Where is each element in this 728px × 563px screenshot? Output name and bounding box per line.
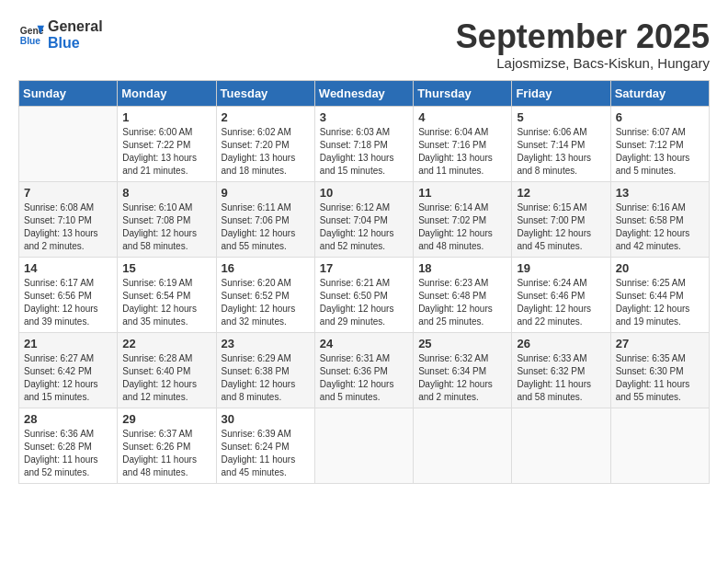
month-title: September 2025 (456, 18, 710, 55)
day-info: Sunrise: 6:20 AM Sunset: 6:52 PM Dayligh… (222, 277, 310, 328)
calendar-week-row: 7Sunrise: 6:08 AM Sunset: 7:10 PM Daylig… (19, 181, 710, 257)
day-info: Sunrise: 6:03 AM Sunset: 7:18 PM Dayligh… (320, 126, 408, 178)
weekday-header-thursday: Thursday (414, 80, 512, 106)
location-title: Lajosmizse, Bacs-Kiskun, Hungary (456, 55, 710, 71)
logo: General Blue General Blue (18, 18, 103, 51)
header: General Blue General Blue September 2025… (18, 18, 710, 71)
calendar-cell: 16Sunrise: 6:20 AM Sunset: 6:52 PM Dayli… (216, 257, 314, 332)
calendar-cell (610, 408, 709, 483)
calendar-cell: 25Sunrise: 6:32 AM Sunset: 6:34 PM Dayli… (414, 332, 512, 408)
day-info: Sunrise: 6:31 AM Sunset: 6:36 PM Dayligh… (320, 352, 408, 404)
day-info: Sunrise: 6:14 AM Sunset: 7:02 PM Dayligh… (418, 201, 506, 253)
weekday-header-monday: Monday (118, 80, 216, 106)
weekday-header-saturday: Saturday (610, 80, 709, 106)
day-info: Sunrise: 6:02 AM Sunset: 7:20 PM Dayligh… (222, 126, 310, 178)
day-number: 11 (418, 186, 506, 200)
calendar-cell: 22Sunrise: 6:28 AM Sunset: 6:40 PM Dayli… (118, 332, 216, 408)
day-info: Sunrise: 6:35 AM Sunset: 6:30 PM Dayligh… (616, 352, 704, 404)
calendar-cell: 18Sunrise: 6:23 AM Sunset: 6:48 PM Dayli… (414, 257, 512, 332)
day-number: 9 (222, 186, 310, 200)
svg-text:Blue: Blue (20, 36, 41, 46)
day-number: 22 (122, 337, 210, 350)
calendar-week-row: 1Sunrise: 6:00 AM Sunset: 7:22 PM Daylig… (19, 106, 710, 181)
day-number: 2 (222, 110, 310, 124)
calendar-cell: 5Sunrise: 6:06 AM Sunset: 7:14 PM Daylig… (512, 106, 610, 181)
day-info: Sunrise: 6:27 AM Sunset: 6:42 PM Dayligh… (24, 352, 112, 404)
day-number: 13 (616, 186, 704, 200)
calendar-cell: 28Sunrise: 6:36 AM Sunset: 6:28 PM Dayli… (19, 408, 118, 483)
day-info: Sunrise: 6:16 AM Sunset: 6:58 PM Dayligh… (616, 201, 704, 253)
day-number: 15 (122, 261, 210, 275)
day-number: 27 (616, 337, 704, 350)
day-info: Sunrise: 6:15 AM Sunset: 7:00 PM Dayligh… (517, 201, 605, 253)
day-number: 14 (24, 261, 112, 275)
calendar-cell: 19Sunrise: 6:24 AM Sunset: 6:46 PM Dayli… (512, 257, 610, 332)
day-number: 18 (418, 261, 506, 275)
calendar-week-row: 21Sunrise: 6:27 AM Sunset: 6:42 PM Dayli… (19, 332, 710, 408)
day-number: 8 (122, 186, 210, 200)
weekday-header-wednesday: Wednesday (314, 80, 413, 106)
day-info: Sunrise: 6:04 AM Sunset: 7:16 PM Dayligh… (418, 126, 506, 178)
calendar-cell: 13Sunrise: 6:16 AM Sunset: 6:58 PM Dayli… (610, 181, 709, 257)
day-number: 4 (418, 110, 506, 124)
day-number: 26 (517, 337, 605, 350)
weekday-header-tuesday: Tuesday (216, 80, 314, 106)
calendar-cell: 2Sunrise: 6:02 AM Sunset: 7:20 PM Daylig… (216, 106, 314, 181)
day-info: Sunrise: 6:21 AM Sunset: 6:50 PM Dayligh… (320, 277, 408, 328)
calendar-cell: 11Sunrise: 6:14 AM Sunset: 7:02 PM Dayli… (414, 181, 512, 257)
day-number: 17 (320, 261, 408, 275)
day-number: 6 (616, 110, 704, 124)
calendar-cell: 23Sunrise: 6:29 AM Sunset: 6:38 PM Dayli… (216, 332, 314, 408)
calendar-cell: 15Sunrise: 6:19 AM Sunset: 6:54 PM Dayli… (118, 257, 216, 332)
calendar-cell: 17Sunrise: 6:21 AM Sunset: 6:50 PM Dayli… (314, 257, 413, 332)
calendar-cell: 4Sunrise: 6:04 AM Sunset: 7:16 PM Daylig… (414, 106, 512, 181)
day-number: 5 (517, 110, 605, 124)
logo-general: General (48, 18, 103, 35)
day-number: 24 (320, 337, 408, 350)
logo-icon: General Blue (18, 22, 44, 48)
day-info: Sunrise: 6:24 AM Sunset: 6:46 PM Dayligh… (517, 277, 605, 328)
calendar-cell: 27Sunrise: 6:35 AM Sunset: 6:30 PM Dayli… (610, 332, 709, 408)
day-number: 29 (122, 412, 210, 426)
day-number: 25 (418, 337, 506, 350)
day-number: 10 (320, 186, 408, 200)
day-info: Sunrise: 6:32 AM Sunset: 6:34 PM Dayligh… (418, 352, 506, 404)
calendar-cell: 1Sunrise: 6:00 AM Sunset: 7:22 PM Daylig… (118, 106, 216, 181)
day-number: 21 (24, 337, 112, 350)
day-info: Sunrise: 6:39 AM Sunset: 6:24 PM Dayligh… (222, 428, 310, 479)
calendar-cell: 30Sunrise: 6:39 AM Sunset: 6:24 PM Dayli… (216, 408, 314, 483)
weekday-header-friday: Friday (512, 80, 610, 106)
calendar-cell: 14Sunrise: 6:17 AM Sunset: 6:56 PM Dayli… (19, 257, 118, 332)
day-info: Sunrise: 6:25 AM Sunset: 6:44 PM Dayligh… (616, 277, 704, 328)
calendar-cell: 21Sunrise: 6:27 AM Sunset: 6:42 PM Dayli… (19, 332, 118, 408)
day-info: Sunrise: 6:11 AM Sunset: 7:06 PM Dayligh… (222, 201, 310, 253)
calendar-cell: 24Sunrise: 6:31 AM Sunset: 6:36 PM Dayli… (314, 332, 413, 408)
day-number: 1 (122, 110, 210, 124)
day-number: 12 (517, 186, 605, 200)
day-number: 23 (222, 337, 310, 350)
calendar-cell (19, 106, 118, 181)
day-number: 7 (24, 186, 112, 200)
calendar-cell: 20Sunrise: 6:25 AM Sunset: 6:44 PM Dayli… (610, 257, 709, 332)
day-number: 19 (517, 261, 605, 275)
day-number: 3 (320, 110, 408, 124)
calendar-week-row: 14Sunrise: 6:17 AM Sunset: 6:56 PM Dayli… (19, 257, 710, 332)
calendar-table: SundayMondayTuesdayWednesdayThursdayFrid… (18, 80, 710, 484)
day-info: Sunrise: 6:37 AM Sunset: 6:26 PM Dayligh… (122, 428, 210, 479)
day-number: 28 (24, 412, 112, 426)
day-info: Sunrise: 6:28 AM Sunset: 6:40 PM Dayligh… (122, 352, 210, 404)
day-info: Sunrise: 6:23 AM Sunset: 6:48 PM Dayligh… (418, 277, 506, 328)
weekday-header-sunday: Sunday (19, 80, 118, 106)
day-info: Sunrise: 6:07 AM Sunset: 7:12 PM Dayligh… (616, 126, 704, 178)
calendar-cell (314, 408, 413, 483)
calendar-cell: 12Sunrise: 6:15 AM Sunset: 7:00 PM Dayli… (512, 181, 610, 257)
calendar-cell: 8Sunrise: 6:10 AM Sunset: 7:08 PM Daylig… (118, 181, 216, 257)
calendar-cell: 29Sunrise: 6:37 AM Sunset: 6:26 PM Dayli… (118, 408, 216, 483)
day-number: 30 (222, 412, 310, 426)
calendar-header-row: SundayMondayTuesdayWednesdayThursdayFrid… (19, 80, 710, 106)
day-info: Sunrise: 6:19 AM Sunset: 6:54 PM Dayligh… (122, 277, 210, 328)
calendar-cell: 9Sunrise: 6:11 AM Sunset: 7:06 PM Daylig… (216, 181, 314, 257)
day-info: Sunrise: 6:17 AM Sunset: 6:56 PM Dayligh… (24, 277, 112, 328)
calendar-cell: 3Sunrise: 6:03 AM Sunset: 7:18 PM Daylig… (314, 106, 413, 181)
calendar-cell: 6Sunrise: 6:07 AM Sunset: 7:12 PM Daylig… (610, 106, 709, 181)
